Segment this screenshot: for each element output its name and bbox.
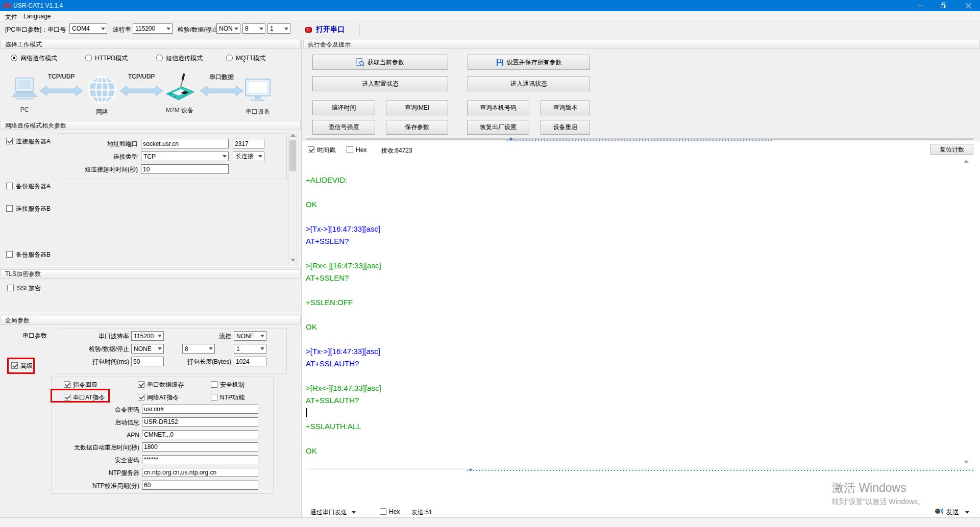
net-params-scrollbar[interactable] [288,131,297,264]
reset-counter-button[interactable]: 复位计数 [930,144,973,155]
apn-input[interactable] [142,430,258,439]
device-restart-button[interactable]: 设备重启 [541,120,590,135]
node-label-serial-device: 串口设备 [235,108,281,116]
conn-type-label: 连接类型 [78,152,138,162]
cmd-password-input[interactable] [142,405,258,414]
enter-config-button[interactable]: 进入配置状态 [312,76,448,91]
radio-mqtt[interactable] [226,55,233,61]
serial-stopbits-select[interactable]: 1 [234,344,266,354]
radio-httpd[interactable] [85,55,92,61]
radio-net-transparent[interactable] [11,55,17,61]
query-version-button[interactable]: 查询版本 [541,101,590,115]
close-button[interactable] [957,0,980,11]
splitter-collapse-down-icon[interactable] [469,469,473,471]
backup-a-checkbox[interactable] [6,183,13,189]
server-a-port-input[interactable] [233,139,264,148]
toggle-ntp-checkbox[interactable] [211,394,217,400]
windows-activation-hint: 转到“设置”以激活 Windows。 [832,497,925,507]
timestamp-label: 时间戳 [317,146,335,154]
scroll-up-icon[interactable] [290,134,296,137]
conn-mode-select[interactable]: 长连接 [233,152,264,161]
log-hex-checkbox[interactable] [347,146,353,153]
toggle-security-label: 安全机制 [220,381,244,389]
radio-sms[interactable] [156,55,163,61]
advanced-checkbox[interactable] [11,362,18,369]
boot-message-input[interactable] [142,417,258,426]
menu-file[interactable]: 文件 [5,13,17,21]
log-splitter-bottom[interactable] [306,468,974,469]
ntp-period-input[interactable] [142,481,258,490]
packlen-label: 打包长度(Bytes) [181,357,231,367]
open-port-button[interactable]: 打开串口 [305,23,345,36]
splitter-handle-track[interactable] [467,470,974,471]
log-caret-line [305,408,958,420]
ntp-server-input[interactable] [142,468,258,477]
log-scroll-up-icon[interactable] [964,160,969,163]
parity-data-stop-label: 检验/数据/停止 [178,26,218,34]
flow-select[interactable]: NONE [234,331,266,341]
log-line: >[Rx<-][16:47:33][asc] [305,382,958,394]
serial-baud-select[interactable]: 115200 [131,331,164,341]
cmd-password-label: 命令密码 [51,405,139,415]
serial-databits-select[interactable]: 8 [182,344,215,354]
backup-b-checkbox[interactable] [6,251,13,258]
enter-comm-button[interactable]: 进入通讯状态 [468,76,590,91]
log-scroll-down-icon[interactable] [964,461,969,464]
send-hex-checkbox[interactable] [380,508,386,515]
ssl-checkbox[interactable] [7,285,14,291]
query-imei-button[interactable]: 查询IMEI [386,101,448,115]
toggle-serial-at-label: 串口AT指令 [73,394,105,401]
stopbits-select[interactable]: 1 [267,23,290,34]
timestamp-checkbox[interactable] [308,146,314,153]
status-strip [0,517,980,527]
minimize-button[interactable] [909,0,932,11]
toggle-serial-cache-checkbox[interactable] [138,381,144,388]
query-number-button[interactable]: 查询本机号码 [467,101,529,115]
com-port-select[interactable]: COM4 [69,23,107,34]
splitter-collapse-up-icon[interactable] [509,137,513,140]
send-button[interactable]: 发送 [946,508,969,517]
server-a-checkbox[interactable] [6,138,13,144]
compile-time-button[interactable]: 编译时间 [312,101,375,115]
toggle-serial-at-checkbox[interactable] [64,394,70,400]
toggle-security-checkbox[interactable] [211,381,217,388]
query-signal-button[interactable]: 查信号强度 [312,120,375,135]
toolbar-divider [359,23,360,36]
server-b-checkbox[interactable] [6,205,13,212]
conn-type-select[interactable]: TCP [141,152,229,161]
search-document-icon [356,58,364,66]
baud-select[interactable]: 115200 [133,23,173,34]
app-logo-icon [4,3,11,9]
restore-button[interactable] [932,0,955,11]
set-save-params-button[interactable]: 设置并保存所有参数 [468,55,590,70]
log-splitter-top[interactable] [306,138,974,140]
scroll-down-icon[interactable] [290,259,296,262]
save-params-button[interactable]: 保存参数 [386,120,448,135]
send-via-serial-button[interactable]: 通过串口发送 [310,507,356,517]
serial-parity-select[interactable]: NONE [131,344,164,354]
toggle-net-at-checkbox[interactable] [138,394,144,400]
packlen-input[interactable] [234,357,266,366]
databits-select[interactable]: 8 [242,23,265,34]
security-password-input[interactable] [142,455,258,464]
toggle-cmd-echo-checkbox[interactable] [64,381,70,388]
radio-sms-label: 短信透传模式 [166,55,203,62]
network-globe-icon [88,76,116,104]
menu-language[interactable]: Language [23,13,51,20]
server-a-address-input[interactable] [141,139,229,148]
scrollbar-thumb[interactable] [289,140,296,171]
log-output[interactable]: AT+ALIDEVID?+ALIDEVID:OK>[Tx->][16:47:33… [305,158,958,467]
boot-message-label: 启动信息 [51,418,139,428]
short-timeout-input[interactable] [141,164,229,174]
chevron-down-icon [158,347,162,350]
backup-a-label: 备份服务器A [16,183,51,190]
get-params-button[interactable]: 获取当前参数 [312,55,448,70]
toggle-net-at-label: 网络AT指令 [147,394,179,401]
no-data-restart-input[interactable] [142,442,258,451]
server-a-label: 连接服务器A [16,138,51,145]
serial-device-monitor-icon [244,79,271,102]
packtime-input[interactable] [131,357,164,366]
parity-select[interactable]: NONI [216,23,240,34]
factory-reset-button[interactable]: 恢复出厂设置 [467,120,529,135]
splitter-handle-track[interactable] [507,140,773,141]
